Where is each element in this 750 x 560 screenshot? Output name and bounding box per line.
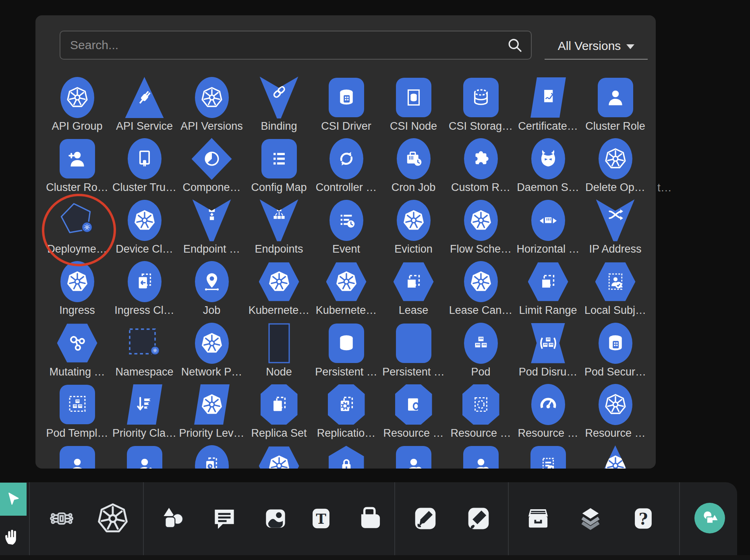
- grid-item-limit-range[interactable]: Limit Range: [514, 261, 582, 322]
- grid-item-resource-quota[interactable]: Resource …: [514, 384, 582, 445]
- grid-item-priority-level-configuration[interactable]: Priority Lev…: [178, 384, 245, 445]
- job-icon: [195, 261, 229, 302]
- grid-item-label: API Group: [52, 119, 102, 133]
- grid-item-local-subject-access-review[interactable]: Local Subj…: [582, 261, 649, 322]
- grid-item-label: Resource …: [518, 426, 578, 440]
- grid-item-person-check-icon[interactable]: [447, 445, 514, 469]
- grid-item-label: Compone…: [182, 180, 240, 194]
- grid-item-certificate-signing-request[interactable]: Certificate…: [514, 77, 582, 138]
- grid-item-endpoint-slice[interactable]: Endpoint …: [178, 199, 245, 261]
- grid-item-label: Priority Lev…: [179, 426, 244, 440]
- grid-item-csi-node[interactable]: CSI Node: [380, 77, 447, 138]
- grid-item-custom-resource-definition[interactable]: Custom R…: [447, 138, 514, 199]
- grid-item-kubernetes[interactable]: Kubernete…: [313, 261, 380, 322]
- toolbar-tool-kubernetes[interactable]: [97, 502, 129, 535]
- toolbar-insert-shapes-button[interactable]: [694, 503, 725, 533]
- grid-item-api-service[interactable]: API Service: [111, 77, 178, 138]
- grid-item-csi-driver[interactable]: CSI Driver: [313, 77, 380, 138]
- toolbar-tool-circuit[interactable]: [46, 502, 78, 535]
- grid-item-node[interactable]: Node: [245, 322, 313, 384]
- grid-item-persistent-volume-claim[interactable]: Persistent …: [380, 322, 447, 384]
- toolbar-tool-shapes[interactable]: [157, 502, 189, 535]
- grid-item-document-check-icon[interactable]: [514, 445, 582, 469]
- toolbar-tool-pan[interactable]: [1, 523, 23, 550]
- grid-item-binding[interactable]: Binding: [245, 77, 313, 138]
- grid-item-pod-security[interactable]: Pod Secur…: [582, 322, 649, 384]
- toolbar-tool-layers[interactable]: [574, 502, 607, 535]
- grid-item-pages-clock-icon[interactable]: [178, 445, 245, 469]
- grid-item-lock-icon[interactable]: [313, 445, 380, 469]
- toolbar-tool-image[interactable]: [259, 502, 292, 535]
- grid-item-kubernetes-hex-icon[interactable]: [245, 445, 313, 469]
- grid-item-kubernetes-triangle-icon[interactable]: [582, 445, 649, 469]
- grid-item-resource-claim-template[interactable]: Resource …: [447, 384, 514, 445]
- grid-item-resource-claim[interactable]: Resource …: [380, 384, 447, 445]
- local-subject-access-review-icon: [595, 262, 636, 301]
- grid-item-network-policy[interactable]: Network P…: [178, 322, 245, 384]
- grid-item-deployment[interactable]: Deployme…: [44, 199, 111, 261]
- daemon-set-icon: [531, 138, 565, 179]
- grid-item-label: Pod Disru…: [519, 365, 578, 379]
- grid-item-component-status[interactable]: Compone…: [178, 138, 245, 199]
- grid-item-api-group[interactable]: API Group: [44, 77, 111, 138]
- toolbar-tool-pencil[interactable]: [462, 502, 495, 535]
- grid-item-resource-slice[interactable]: Resource …: [582, 384, 649, 445]
- grid-item-replication-controller[interactable]: Replicatio…: [313, 384, 380, 445]
- grid-item-flow-schema[interactable]: Flow Sche…: [447, 199, 514, 261]
- grid-item-person-icon[interactable]: [44, 445, 111, 469]
- grid-item-mutating-webhook[interactable]: Mutating …: [44, 322, 111, 384]
- grid-item-api-versions[interactable]: API Versions: [178, 77, 245, 138]
- grid-item-namespace[interactable]: Namespace: [111, 322, 178, 384]
- grid-item-eviction[interactable]: Eviction: [380, 199, 447, 261]
- toolbar-tool-text[interactable]: T: [305, 502, 337, 535]
- priority-class-icon: [127, 384, 162, 425]
- toolbar-tool-pen[interactable]: [409, 502, 441, 535]
- grid-item-label: Endpoints: [255, 242, 303, 256]
- toolbar-tool-comment[interactable]: [208, 502, 240, 535]
- search-box[interactable]: [60, 31, 532, 60]
- grid-item-priority-class[interactable]: Priority Cla…: [111, 384, 178, 445]
- person-icon-icon: [60, 446, 95, 469]
- priority-level-configuration-icon: [194, 384, 230, 425]
- grid-item-lease[interactable]: Lease: [380, 261, 447, 322]
- grid-item-persistent-volume[interactable]: Persistent …: [313, 322, 380, 384]
- grid-item-config-map[interactable]: Config Map: [245, 138, 313, 199]
- grid-item-lease-candidate[interactable]: Lease Can…: [447, 261, 514, 322]
- custom-resource-definition-icon: [464, 138, 498, 179]
- horizontal-pod-autoscaler-icon: [531, 200, 565, 241]
- grid-item-delete-options[interactable]: Delete Op…: [582, 138, 649, 199]
- toolbar-tool-note[interactable]: [354, 502, 387, 535]
- grid-item-ingress[interactable]: Ingress: [44, 261, 111, 322]
- grid-item-kubernetes[interactable]: Kubernete…: [245, 261, 313, 322]
- grid-item-horizontal-pod-autoscaler[interactable]: Horizontal …: [514, 199, 582, 261]
- grid-item-daemon-set[interactable]: Daemon S…: [514, 138, 582, 199]
- grid-item-person-check-icon[interactable]: [380, 445, 447, 469]
- grid-item-label: Daemon S…: [517, 180, 579, 194]
- grid-item-cron-job[interactable]: Cron Job: [380, 138, 447, 199]
- grid-item-cluster-role-binding[interactable]: Cluster Ro…: [44, 138, 111, 199]
- grid-item-ingress-class[interactable]: Ingress Cl…: [111, 261, 178, 322]
- search-input[interactable]: [60, 38, 506, 52]
- grid-item-pod-disruption-budget[interactable]: Pod Disru…: [514, 322, 582, 384]
- grid-item-controller-revision[interactable]: Controller …: [313, 138, 380, 199]
- grid-item-csi-storage-capacity[interactable]: CSI Storag…: [447, 77, 514, 138]
- flow-schema-icon: [464, 200, 498, 241]
- grid-item-pod-template[interactable]: Pod Templ…: [44, 384, 111, 445]
- grid-item-pod[interactable]: Pod: [447, 322, 514, 384]
- grid-item-event[interactable]: Event: [313, 199, 380, 261]
- resource-claim-template-icon: [462, 384, 499, 425]
- grid-item-cluster-trust-bundle[interactable]: Cluster Tru…: [111, 138, 178, 199]
- grid-item-person-link-icon[interactable]: [111, 445, 178, 469]
- toolbar-tool-help[interactable]: ?: [627, 502, 659, 535]
- grid-item-job[interactable]: Job: [178, 261, 245, 322]
- grid-item-cluster-role[interactable]: Cluster Role: [582, 77, 649, 138]
- grid-item-ip-address[interactable]: IP Address: [582, 199, 649, 261]
- pod-template-icon: [60, 385, 95, 424]
- version-filter-dropdown[interactable]: All Versions: [545, 33, 648, 60]
- archive-icon: [525, 505, 551, 532]
- grid-item-endpoints[interactable]: Endpoints: [245, 199, 313, 261]
- toolbar-tool-archive[interactable]: [522, 502, 554, 535]
- grid-item-device-class[interactable]: Device Cl…: [111, 199, 178, 261]
- toolbar-tool-select[interactable]: [0, 483, 27, 516]
- grid-item-replica-set[interactable]: Replica Set: [245, 384, 313, 445]
